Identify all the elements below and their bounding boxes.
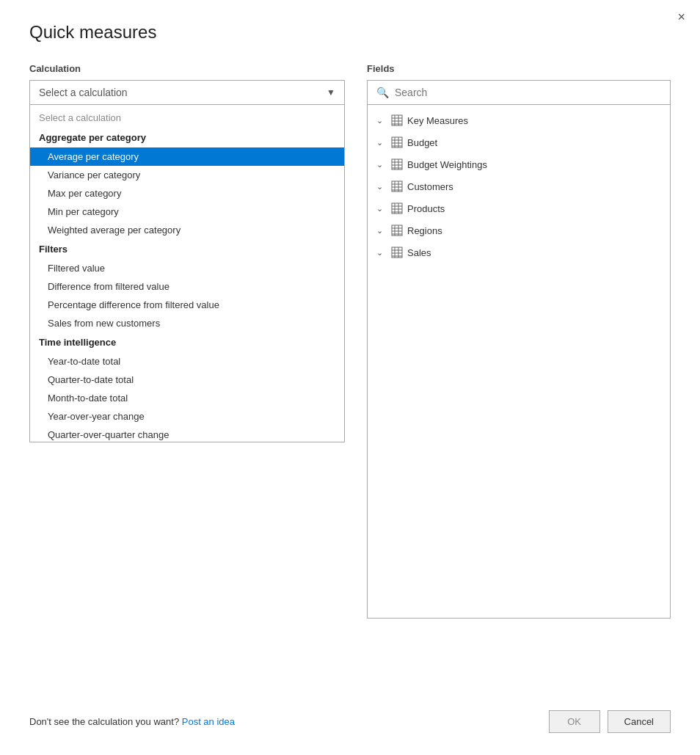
field-item[interactable]: ⌄ Sales xyxy=(368,241,670,263)
table-icon xyxy=(391,136,403,148)
calculation-list-container: Select a calculationAggregate per catego… xyxy=(29,105,345,442)
table-icon xyxy=(391,225,403,236)
table-icon xyxy=(391,247,403,258)
list-group-header: Filters xyxy=(30,239,344,259)
main-content: Calculation Select a calculation ▼ Selec… xyxy=(29,63,671,619)
quick-measures-dialog: × Quick measures Calculation Select a ca… xyxy=(0,0,700,755)
list-item[interactable]: Month-to-date total xyxy=(30,389,344,407)
field-label: Regions xyxy=(407,225,442,236)
field-item[interactable]: ⌄ Regions xyxy=(368,219,670,241)
chevron-down-icon: ⌄ xyxy=(376,204,387,214)
field-label: Sales xyxy=(407,247,431,258)
list-group-header: Aggregate per category xyxy=(30,128,344,147)
chevron-down-icon: ⌄ xyxy=(376,160,387,169)
list-item[interactable]: Filtered value xyxy=(30,259,344,277)
calculation-dropdown[interactable]: Select a calculation ▼ xyxy=(29,80,345,105)
chevron-down-icon: ⌄ xyxy=(376,116,387,125)
field-label: Budget xyxy=(407,137,437,148)
fields-label: Fields xyxy=(367,63,671,74)
field-label: Customers xyxy=(407,181,453,192)
left-panel: Calculation Select a calculation ▼ Selec… xyxy=(29,63,345,442)
list-item[interactable]: Variance per category xyxy=(30,166,344,184)
search-box: 🔍 xyxy=(367,80,671,105)
dialog-title: Quick measures xyxy=(29,22,671,43)
list-group-header: Time intelligence xyxy=(30,332,344,352)
dropdown-arrow-icon: ▼ xyxy=(327,87,335,98)
bottom-hint: Don't see the calculation you want? Post… xyxy=(29,716,235,727)
list-item[interactable]: Year-over-year change xyxy=(30,407,344,426)
list-item[interactable]: Max per category xyxy=(30,184,344,203)
field-label: Key Measures xyxy=(407,115,468,126)
table-icon xyxy=(391,203,403,214)
calculation-list[interactable]: Select a calculationAggregate per catego… xyxy=(30,105,344,442)
chevron-down-icon: ⌄ xyxy=(376,248,387,258)
ok-button[interactable]: OK xyxy=(549,710,600,733)
list-item[interactable]: Average per category xyxy=(30,147,344,166)
list-item[interactable]: Year-to-date total xyxy=(30,352,344,371)
calculation-label: Calculation xyxy=(29,63,345,74)
field-item[interactable]: ⌄ Products xyxy=(368,197,670,219)
list-item[interactable]: Difference from filtered value xyxy=(30,277,344,296)
search-icon: 🔍 xyxy=(376,87,389,98)
search-input[interactable] xyxy=(395,87,661,98)
close-button[interactable]: × xyxy=(677,10,685,23)
list-item[interactable]: Weighted average per category xyxy=(30,221,344,239)
field-item[interactable]: ⌄ Customers xyxy=(368,175,670,197)
list-item[interactable]: Sales from new customers xyxy=(30,314,344,332)
chevron-down-icon: ⌄ xyxy=(376,182,387,192)
list-item[interactable]: Min per category xyxy=(30,203,344,221)
right-panel: Fields 🔍 ⌄ Key Measures⌄ Budget⌄ xyxy=(367,63,671,619)
list-item[interactable]: Quarter-over-quarter change xyxy=(30,426,344,442)
chevron-down-icon: ⌄ xyxy=(376,226,387,236)
field-item[interactable]: ⌄ Budget xyxy=(368,131,670,153)
list-item[interactable]: Percentage difference from filtered valu… xyxy=(30,296,344,314)
table-icon xyxy=(391,114,403,126)
table-icon xyxy=(391,180,403,192)
table-icon xyxy=(391,158,403,170)
bottom-bar: Don't see the calculation you want? Post… xyxy=(29,710,671,733)
chevron-down-icon: ⌄ xyxy=(376,138,387,147)
fields-list-container: ⌄ Key Measures⌄ Budget⌄ Budget Weighting… xyxy=(367,105,671,619)
field-item[interactable]: ⌄ Key Measures xyxy=(368,109,670,131)
field-label: Products xyxy=(407,203,445,214)
field-item[interactable]: ⌄ Budget Weightings xyxy=(368,153,670,175)
list-item[interactable]: Quarter-to-date total xyxy=(30,371,344,389)
post-idea-link[interactable]: Post an idea xyxy=(182,716,235,727)
dropdown-selected-text: Select a calculation xyxy=(39,87,128,98)
bottom-buttons: OK Cancel xyxy=(549,710,671,733)
list-placeholder-item: Select a calculation xyxy=(30,108,344,128)
cancel-button[interactable]: Cancel xyxy=(608,710,671,733)
field-label: Budget Weightings xyxy=(407,159,487,170)
hint-text: Don't see the calculation you want? xyxy=(29,716,179,727)
